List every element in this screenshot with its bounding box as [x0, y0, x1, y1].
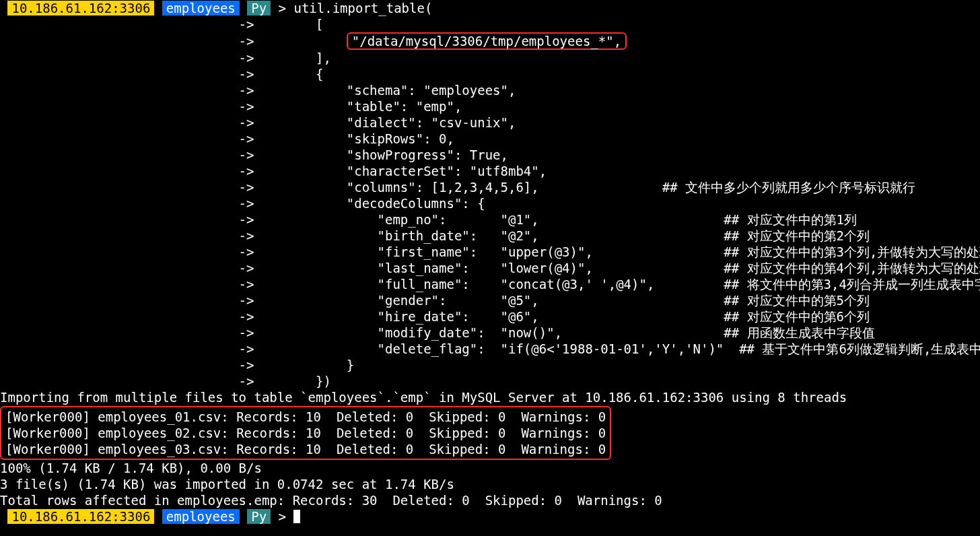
continuation-arrow: -> [0, 34, 285, 48]
continuation-arrow: -> [0, 309, 285, 324]
code-text: } [347, 358, 354, 372]
prompt-line-1: 10.186.61.162:3306 employees Py > util.i… [0, 0, 980, 16]
code-text: "showProgress": True, [347, 147, 508, 162]
continuation-arrow: -> [0, 131, 285, 146]
output-summary-2: Total rows affected in employees.emp: Re… [0, 492, 980, 508]
prompt-caret: > [271, 1, 293, 15]
prompt-lang: Py [247, 509, 271, 524]
continuation-arrow: -> [0, 99, 285, 114]
continuation-arrow: -> [0, 83, 285, 98]
output-worker-line: [Worker000] employees_02.csv: Records: 1… [5, 425, 606, 441]
prompt-lang: Py [247, 1, 271, 15]
prompt-caret: > [271, 509, 293, 524]
command-line: -> "delete_flag": "if(@6<'1988-01-01','Y… [0, 341, 980, 357]
command-line: -> "decodeColumns": { [0, 195, 980, 211]
code-text: "modify_date": "now()", ## 用函数生成表中字段值 [378, 325, 875, 340]
command-body: -> [ -> "/data/mysql/3306/tmp/employees_… [0, 16, 980, 389]
code-text: "gender": "@5", ## 对应文件中的第5个列 [378, 293, 870, 308]
continuation-arrow: -> [0, 293, 285, 308]
code-text: "emp_no": "@1", ## 对应文件中的第1列 [378, 212, 858, 227]
command-line: -> "birth_date": "@2", ## 对应文件中的第2个列 [0, 228, 980, 244]
continuation-arrow: -> [0, 51, 285, 65]
code-text: "last_name": "lower(@4)", ## 对应文件中的第4个列,… [378, 261, 980, 275]
continuation-arrow: -> [0, 374, 285, 389]
command-line: -> "showProgress": True, [0, 147, 980, 163]
command-line: -> "schema": "employees", [0, 82, 980, 98]
continuation-arrow: -> [0, 277, 285, 292]
prompt-host: 10.186.61.162:3306 [7, 1, 154, 15]
command-line: -> }) [0, 373, 980, 389]
command-line: -> } [0, 357, 980, 373]
code-text: "hire_date": "@6", ## 对应文件中的第6个列 [378, 309, 870, 324]
command-line: -> "emp_no": "@1", ## 对应文件中的第1列 [0, 211, 980, 228]
command-line: -> "table": "emp", [0, 98, 980, 114]
code-text: "characterSet": "utf8mb4", [347, 164, 547, 178]
continuation-arrow: -> [0, 341, 285, 356]
command-line: -> "dialect": "csv-unix", [0, 114, 980, 131]
code-text: { [316, 67, 323, 81]
command-line: -> "first_name": "upper(@3)", ## 对应文件中的第… [0, 244, 980, 260]
command-head: util.import_table( [293, 1, 432, 15]
code-text: "birth_date": "@2", ## 对应文件中的第2个列 [378, 228, 870, 243]
terminal[interactable]: 10.186.61.162:3306 employees Py > util.i… [0, 0, 980, 525]
continuation-arrow: -> [0, 325, 285, 340]
code-text: "schema": "employees", [347, 83, 516, 98]
output-worker-line: [Worker000] employees_03.csv: Records: 1… [5, 441, 606, 457]
continuation-arrow: -> [0, 228, 285, 243]
command-line: -> "characterSet": "utf8mb4", [0, 163, 980, 179]
code-text: "delete_flag": "if(@6<'1988-01-01','Y','… [378, 341, 980, 356]
continuation-arrow: -> [0, 180, 285, 195]
command-line: -> "gender": "@5", ## 对应文件中的第5个列 [0, 292, 980, 308]
continuation-arrow: -> [0, 244, 285, 259]
continuation-arrow: -> [0, 17, 285, 32]
prompt-line-2[interactable]: 10.186.61.162:3306 employees Py > [0, 508, 980, 525]
code-text: "first_name": "upper(@3)", ## 对应文件中的第3个列… [378, 244, 980, 259]
command-line: -> "hire_date": "@6", ## 对应文件中的第6个列 [0, 308, 980, 325]
continuation-arrow: -> [0, 67, 285, 81]
command-line: -> "modify_date": "now()", ## 用函数生成表中字段值 [0, 325, 980, 341]
code-text: "skipRows": 0, [347, 131, 454, 146]
code-text: ], [316, 51, 331, 65]
command-line: -> "columns": [1,2,3,4,5,6], ## 文件中多少个列就… [0, 179, 980, 195]
prompt-database: employees [162, 509, 240, 524]
output-worker-line: [Worker000] employees_01.csv: Records: 1… [5, 409, 606, 425]
prompt-host: 10.186.61.162:3306 [7, 509, 154, 524]
output-progress: 100% (1.74 KB / 1.74 KB), 0.00 B/s [0, 460, 980, 476]
prompt-database: employees [162, 1, 240, 15]
command-line: -> ], [0, 50, 980, 66]
code-text: "dialect": "csv-unix", [347, 115, 516, 130]
command-line: -> { [0, 66, 980, 82]
code-text: "table": "emp", [347, 99, 462, 114]
command-line: -> "full_name": "concat(@3,' ',@4)", ## … [0, 276, 980, 292]
command-line: -> "last_name": "lower(@4)", ## 对应文件中的第4… [0, 260, 980, 276]
output-workers-highlight: [Worker000] employees_01.csv: Records: 1… [0, 405, 980, 460]
code-text: }) [316, 374, 331, 389]
code-text: [ [316, 17, 323, 32]
continuation-arrow: -> [0, 196, 285, 211]
continuation-arrow: -> [0, 147, 285, 162]
code-text: "decodeColumns": { [347, 196, 485, 211]
continuation-arrow: -> [0, 164, 285, 178]
command-line: -> [ [0, 16, 980, 32]
continuation-arrow: -> [0, 261, 285, 275]
continuation-arrow: -> [0, 212, 285, 227]
code-text: "columns": [1,2,3,4,5,6], ## 文件中多少个列就用多少… [347, 180, 915, 195]
command-line: -> "skipRows": 0, [0, 131, 980, 147]
code-text: "full_name": "concat(@3,' ',@4)", ## 将文件… [378, 277, 980, 292]
output-importing: Importing from multiple files to table `… [0, 389, 980, 405]
output-summary-1: 3 file(s) (1.74 KB) was imported in 0.07… [0, 476, 980, 492]
continuation-arrow: -> [0, 115, 285, 130]
cursor-icon [293, 510, 300, 523]
continuation-arrow: -> [0, 358, 285, 372]
highlighted-path: "/data/mysql/3306/tmp/employees_*", [347, 32, 627, 50]
command-line: -> "/data/mysql/3306/tmp/employees_*", [0, 32, 980, 50]
